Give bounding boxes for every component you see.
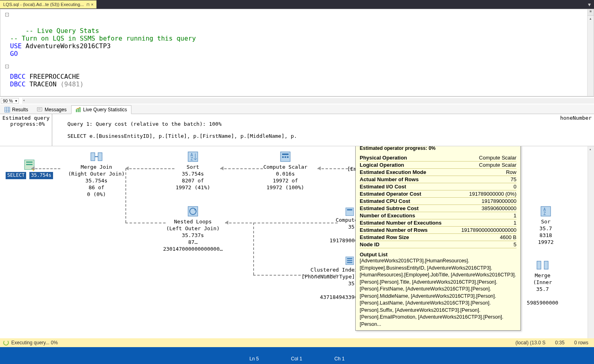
plan-arrow — [31, 168, 60, 169]
select-label: SELECT — [6, 172, 26, 179]
svg-text:Z: Z — [543, 211, 546, 216]
node-rows: 8318 — [534, 232, 558, 239]
svg-text:Z: Z — [190, 157, 193, 161]
svg-rect-27 — [346, 208, 354, 216]
query-sql-line: SELECT e.[BusinessEntityID], p.[Title], … — [68, 133, 297, 139]
code-paren: (9481) — [60, 80, 84, 88]
chevron-down-icon: ▼ — [14, 99, 18, 103]
table-row: Logical OperationCompute Scalar — [360, 162, 516, 169]
window-dropdown-icon[interactable]: ▾ — [585, 1, 594, 8]
table-row: Number of Executions1 — [360, 212, 516, 219]
document-tab-strip: LQS.sql - (local).Ad...te (53)) Executin… — [0, 0, 594, 9]
node-rows: 8207 of — [165, 178, 221, 184]
query-cost-text: Query 1: Query cost (relative to the bat… — [52, 114, 557, 146]
close-icon[interactable]: × — [91, 2, 94, 7]
tab-results[interactable]: Results — [0, 105, 33, 114]
code-ident: FREEPROCCACHE — [26, 73, 80, 80]
node-subtitle: (Inner — [526, 279, 559, 286]
plan-node-merge-partial[interactable]: Merge (Inner 35.7 5985900000 — [526, 259, 559, 306]
status-rows: 0 rows — [572, 340, 591, 346]
svg-rect-8 — [76, 109, 77, 112]
plan-node-nested-loops[interactable]: Nested Loops (Left Outer Join) 35.737s 8… — [153, 205, 233, 252]
sql-editor[interactable]: - -- Live Query Stats -- Turn on LQS in … — [0, 9, 594, 96]
node-title: Clustered Index — [301, 267, 358, 274]
node-rows: 191789000 — [330, 237, 358, 244]
node-time: 35.7 — [534, 225, 558, 232]
node-pct: 19972 — [534, 239, 558, 246]
table-row: Estimated Row Size4600 B — [360, 234, 516, 241]
svg-rect-16 — [98, 153, 102, 161]
node-time: 35.737s — [153, 232, 233, 239]
tab-label: Results — [12, 107, 28, 112]
node-rows: 19972 of — [253, 178, 317, 184]
svg-rect-22 — [282, 156, 284, 158]
query-plan-canvas[interactable]: SELECT 35.754s Merge Join (Right Outer J… — [0, 146, 594, 346]
outline-toggle-icon[interactable]: - — [5, 13, 9, 16]
sort-icon: AZ — [539, 205, 552, 218]
tab-label: Messages — [45, 107, 67, 112]
plan-arrow-v — [125, 168, 126, 223]
code-comment: -- Turn on LQS in SSMS before running th… — [10, 35, 196, 42]
zoom-select[interactable]: 90 % ▼ — [1, 98, 19, 104]
node-title: Compute Scalar — [253, 164, 317, 171]
plan-arrow — [253, 275, 338, 276]
outline-toggle-icon[interactable]: - — [5, 65, 9, 68]
horizontal-scrollbar[interactable]: ◂ — [22, 98, 594, 104]
status-bar: Executing query... 0% (local) (13.0 S 0:… — [0, 338, 594, 347]
node-pct: 437184943390 — [301, 294, 358, 301]
merge-join-icon — [536, 259, 549, 272]
tooltip-table: Physical OperationCompute Scalar Logical… — [360, 154, 516, 248]
code-comment: -- Live Query Stats — [26, 27, 99, 35]
svg-rect-15 — [91, 153, 95, 161]
arrow-head-icon — [317, 166, 321, 170]
plan-node-sort[interactable]: AZ Sort 35.754s 8207 of 19972 (41%) — [165, 150, 221, 191]
plan-node-clustered-index[interactable]: Clustered Index [PhoneNumberType]. 35. 4… — [301, 267, 358, 301]
table-row: Estimated CPU Cost191789000000 — [360, 198, 516, 205]
plan-node-compute-partial[interactable]: Compute 35. 191789000 — [330, 217, 358, 244]
lqs-icon — [76, 107, 81, 112]
table-row: Estimated Subtree Cost385906000000 — [360, 205, 516, 212]
vertical-scrollbar[interactable]: ≡ ▴ — [587, 9, 594, 96]
query-cost-line: Query 1: Query cost (relative to the bat… — [68, 121, 222, 127]
node-time: 35. — [330, 224, 358, 231]
plan-node-merge-join[interactable]: Merge Join (Right Outer Join) 35.754s 86… — [60, 150, 133, 198]
node-time: 0.016s — [253, 171, 317, 178]
messages-icon — [37, 107, 43, 112]
document-tab[interactable]: LQS.sql - (local).Ad...te (53)) Executin… — [0, 0, 96, 8]
plan-arrow — [225, 223, 338, 223]
svg-rect-21 — [282, 153, 289, 155]
node-title: Sort — [165, 164, 221, 171]
merge-join-icon — [90, 150, 103, 163]
cursor-col: Col 1 — [291, 356, 302, 362]
svg-rect-32 — [347, 262, 352, 263]
node-title: Merge — [526, 272, 559, 279]
svg-rect-23 — [285, 156, 286, 158]
node-time: 35.754s — [60, 178, 133, 184]
operator-tooltip: Compute Scalar Compute new values from e… — [355, 146, 521, 331]
zoom-value: 90 % — [3, 98, 13, 103]
sql-editor-pane: - -- Live Query Stats -- Turn on LQS in … — [0, 9, 594, 96]
table-row: Node ID5 — [360, 241, 516, 248]
pin-icon[interactable]: ⊓ — [86, 2, 90, 7]
code-ident: TRACEON — [26, 80, 61, 88]
editor-position-bar: Ln 5 Col 1 Ch 1 — [0, 347, 594, 364]
plan-node-sort-partial[interactable]: AZ Sor 35.7 8318 19972 — [534, 205, 558, 246]
sort-icon: AZ — [186, 150, 199, 163]
code-keyword: USE — [10, 42, 22, 50]
tab-live-query-statistics[interactable]: Live Query Statistics — [71, 105, 131, 114]
node-time: 35. — [301, 280, 358, 287]
splitter-icon[interactable]: ≡ — [588, 9, 594, 16]
tab-messages[interactable]: Messages — [33, 105, 71, 114]
node-title: Merge Join — [60, 164, 133, 171]
scroll-up-icon[interactable]: ▴ — [588, 16, 593, 22]
status-elapsed: 0:35 — [553, 340, 567, 346]
svg-rect-31 — [347, 260, 352, 261]
node-pct: 19972 (41%) — [165, 184, 221, 191]
node-time: 35.754s — [165, 171, 221, 178]
plan-node-compute-scalar[interactable]: Compute Scalar 0.016s 19972 of 19972 (10… — [253, 150, 317, 191]
table-row: Estimated Execution ModeRow — [360, 169, 516, 176]
compute-scalar-icon — [344, 207, 355, 217]
grid-icon — [4, 107, 10, 112]
plan-arrow — [125, 223, 166, 223]
plan-vertical-scrollbar[interactable]: ▴ — [588, 146, 594, 338]
